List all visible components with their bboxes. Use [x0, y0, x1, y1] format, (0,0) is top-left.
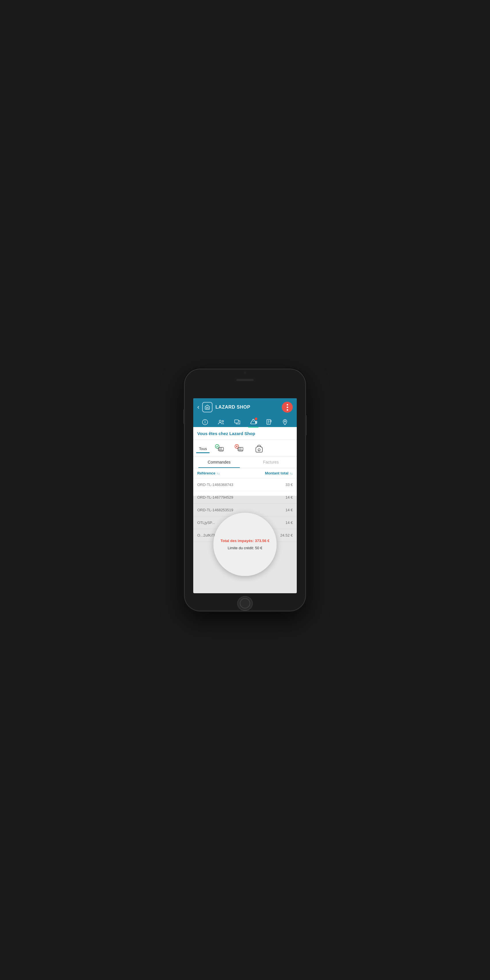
you-are-at-banner: Vous êtes chez Lazard Shop — [193, 427, 297, 440]
table-header: Référence ↑↓ Montant total ↑↓ — [193, 468, 297, 479]
menu-dot-3 — [287, 409, 288, 410]
cancelled-icon-wrap — [234, 444, 246, 454]
speaker — [236, 379, 254, 381]
sub-tab-commandes[interactable]: Commandes — [193, 457, 245, 468]
filter-tab-validated[interactable] — [212, 442, 229, 456]
col-header-montant[interactable]: Montant total ↑↓ — [265, 471, 293, 475]
popup-circle: Total des impayés: 373.56 € Limite du cr… — [213, 513, 277, 542]
popup-impaye: Total des impayés: 373.56 € — [221, 539, 269, 542]
phone-frame: ‹ LAZARD SHOP — [185, 369, 305, 611]
svg-rect-19 — [219, 447, 224, 450]
phone-screen: ‹ LAZARD SHOP — [193, 398, 297, 593]
nav-item-info[interactable] — [200, 418, 210, 426]
header-left: ‹ LAZARD SHOP — [197, 402, 250, 412]
you-are-at-prefix: Vous êtes chez — [197, 431, 229, 436]
camera — [244, 372, 246, 374]
alert-badge — [255, 418, 258, 420]
nav-item-notes[interactable] — [264, 418, 275, 426]
svg-rect-5 — [235, 420, 239, 423]
order-row-0[interactable]: ORD-TL-1466368743 33 € — [193, 479, 297, 491]
home-icon-wrap — [202, 402, 213, 412]
cancelled-payment-icon — [234, 444, 246, 453]
app-header: ‹ LAZARD SHOP — [193, 398, 297, 427]
home-button-inner — [240, 598, 250, 608]
sub-tabs: Commandes Factures — [193, 457, 297, 468]
filter-tabs: Tous — [193, 440, 297, 457]
notes-icon — [266, 419, 272, 425]
back-button[interactable]: ‹ — [197, 403, 199, 411]
svg-point-3 — [219, 420, 221, 422]
doc-icon — [255, 420, 258, 425]
filter-tab-tous[interactable]: Tous — [196, 445, 210, 453]
sub-tab-factures[interactable]: Factures — [245, 457, 297, 468]
svg-rect-9 — [255, 421, 257, 423]
order-amount-0: 33 € — [286, 482, 293, 487]
users-icon — [218, 419, 224, 425]
sub-tab-factures-label: Factures — [263, 460, 278, 465]
sort-montant-icon: ↑↓ — [290, 472, 293, 475]
home-button[interactable] — [237, 596, 253, 611]
doc-small-icon — [255, 421, 258, 424]
header-top: ‹ LAZARD SHOP — [197, 402, 293, 415]
menu-dot-2 — [287, 407, 288, 408]
svg-rect-26 — [239, 447, 243, 450]
svg-point-17 — [284, 421, 286, 422]
exchange-icon — [234, 419, 241, 425]
home-icon — [204, 404, 210, 410]
col-header-reference[interactable]: Référence ↑↓ — [197, 471, 220, 475]
popup-impaye-value: 373.56 € — [255, 539, 270, 542]
nav-item-alert[interactable] — [248, 417, 259, 427]
filter-tous-label: Tous — [199, 447, 207, 451]
validated-icon-wrap — [215, 444, 226, 454]
shop-title: LAZARD SHOP — [215, 405, 250, 410]
filter-tab-wallet[interactable]: $ — [251, 443, 267, 456]
menu-button[interactable] — [282, 402, 293, 413]
nav-item-location[interactable] — [280, 418, 290, 426]
nav-item-exchange[interactable] — [232, 418, 243, 426]
popup-overlay: Total des impayés: 373.56 € Limite du cr… — [193, 496, 297, 542]
menu-dot-1 — [287, 404, 288, 406]
nav-item-users[interactable] — [215, 418, 227, 426]
header-nav — [197, 415, 293, 427]
shop-name-highlight: Lazard Shop — [229, 431, 255, 436]
sort-reference-icon: ↑↓ — [216, 472, 220, 475]
svg-point-4 — [222, 420, 223, 422]
content-area: Vous êtes chez Lazard Shop Tous — [193, 427, 297, 542]
location-icon — [282, 419, 288, 425]
filter-tab-cancelled[interactable] — [231, 442, 249, 456]
order-ref-0: ORD-TL-1466368743 — [197, 482, 233, 487]
popup-impaye-label: Total des impayés: — [221, 539, 254, 542]
validated-payment-icon — [215, 444, 226, 453]
info-icon — [202, 419, 208, 425]
sub-tab-commandes-label: Commandes — [208, 460, 230, 465]
wallet-icon: $ — [254, 444, 264, 453]
